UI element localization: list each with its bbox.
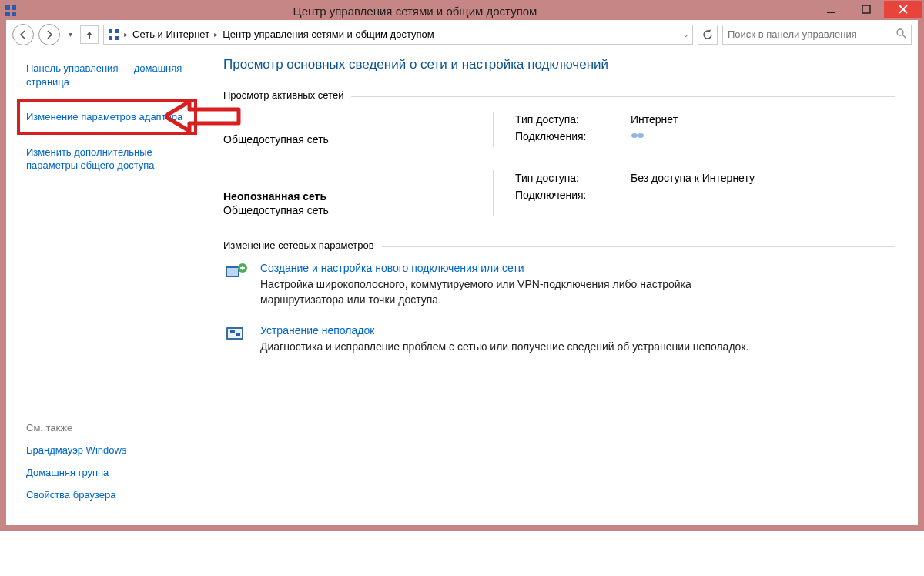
network-entry: Неопознанная сеть Общедоступная сеть Тип… — [223, 170, 895, 216]
network-type: Общедоступная сеть — [223, 204, 470, 216]
divider — [351, 96, 895, 97]
action-troubleshoot: Устранение неполадок Диагностика и испра… — [223, 324, 895, 355]
svg-rect-24 — [236, 333, 240, 336]
connection-icon[interactable] — [631, 132, 644, 142]
svg-line-13 — [902, 35, 906, 38]
action-new-connection: Создание и настройка нового подключения … — [223, 262, 895, 307]
troubleshoot-icon — [223, 324, 249, 347]
svg-rect-17 — [634, 135, 641, 136]
network-icon — [107, 28, 121, 42]
access-type-value: Интернет — [631, 113, 895, 126]
svg-point-12 — [897, 29, 903, 35]
divider — [382, 246, 895, 247]
search-input[interactable] — [728, 28, 896, 40]
sidebar-sharing-link[interactable]: Изменить дополнительные параметры общего… — [26, 146, 188, 172]
refresh-button[interactable] — [698, 25, 718, 45]
change-settings-label: Изменение сетевых параметров — [223, 239, 374, 251]
highlight-box: Изменение параметров адаптера — [17, 99, 197, 135]
connections-value — [631, 189, 895, 201]
see-also-header: См. также — [26, 422, 188, 434]
close-button[interactable] — [884, 1, 922, 18]
access-type-value: Без доступа к Интернету — [631, 172, 895, 184]
svg-rect-19 — [227, 268, 238, 276]
network-entry: Общедоступная сеть Тип доступа: Интернет… — [223, 112, 895, 147]
search-box[interactable] — [722, 25, 912, 45]
connections-label: Подключения: — [515, 189, 631, 201]
svg-rect-0 — [5, 5, 10, 10]
window-title: Центр управления сетями и общим доступом — [17, 5, 813, 18]
new-connection-icon — [223, 262, 249, 285]
access-type-label: Тип доступа: — [515, 172, 631, 184]
chevron-right-icon: ▸ — [124, 30, 128, 39]
sidebar-homegroup-link[interactable]: Домашняя группа — [26, 467, 188, 478]
svg-rect-23 — [230, 330, 235, 333]
svg-rect-2 — [5, 12, 10, 16]
back-button[interactable] — [12, 24, 34, 45]
maximize-button[interactable] — [849, 1, 884, 18]
svg-rect-10 — [109, 36, 112, 40]
up-button[interactable] — [80, 25, 99, 44]
recent-locations-button[interactable]: ▾ — [65, 30, 75, 39]
sidebar-adapter-link[interactable]: Изменение параметров адаптера — [26, 110, 188, 124]
sidebar-home-link[interactable]: Панель управления — домашняя страница — [26, 62, 188, 89]
page-heading: Просмотр основных сведений о сети и наст… — [223, 57, 895, 72]
breadcrumb-item[interactable]: Сеть и Интернет — [131, 28, 211, 40]
sidebar-firewall-link[interactable]: Брандмауэр Windows — [26, 444, 188, 456]
chevron-right-icon: ▸ — [214, 30, 218, 39]
active-networks-label: Просмотр активных сетей — [223, 89, 343, 101]
svg-rect-3 — [12, 12, 16, 16]
network-type: Общедоступная сеть — [223, 133, 470, 146]
action-link[interactable]: Создание и настройка нового подключения … — [260, 262, 753, 274]
svg-rect-5 — [862, 5, 870, 13]
chevron-down-icon[interactable]: ⌄ — [682, 29, 689, 39]
search-icon — [896, 28, 906, 41]
action-description: Настройка широкополосного, коммутируемог… — [260, 277, 753, 307]
nav-toolbar: ▾ ▸ Сеть и Интернет ▸ Центр управления с… — [6, 20, 918, 49]
titlebar: Центр управления сетями и общим доступом — [2, 2, 922, 20]
sidebar-browser-props-link[interactable]: Свойства браузера — [26, 489, 188, 501]
connections-label: Подключения: — [515, 130, 631, 142]
breadcrumb[interactable]: ▸ Сеть и Интернет ▸ Центр управления сет… — [103, 25, 693, 45]
svg-rect-11 — [116, 36, 119, 40]
access-type-label: Тип доступа: — [515, 113, 631, 126]
forward-button[interactable] — [38, 24, 60, 45]
action-description: Диагностика и исправление проблем с сеть… — [260, 340, 753, 355]
svg-rect-8 — [109, 29, 112, 33]
app-icon — [5, 5, 17, 17]
svg-rect-1 — [12, 5, 16, 10]
sidebar: Панель управления — домашняя страница Из… — [6, 49, 200, 521]
network-name: Неопознанная сеть — [223, 190, 470, 203]
breadcrumb-item[interactable]: Центр управления сетями и общим доступом — [221, 28, 436, 40]
action-link[interactable]: Устранение неполадок — [260, 324, 753, 337]
main-panel: Просмотр основных сведений о сети и наст… — [200, 49, 918, 521]
svg-rect-9 — [116, 29, 119, 33]
minimize-button[interactable] — [813, 1, 849, 18]
